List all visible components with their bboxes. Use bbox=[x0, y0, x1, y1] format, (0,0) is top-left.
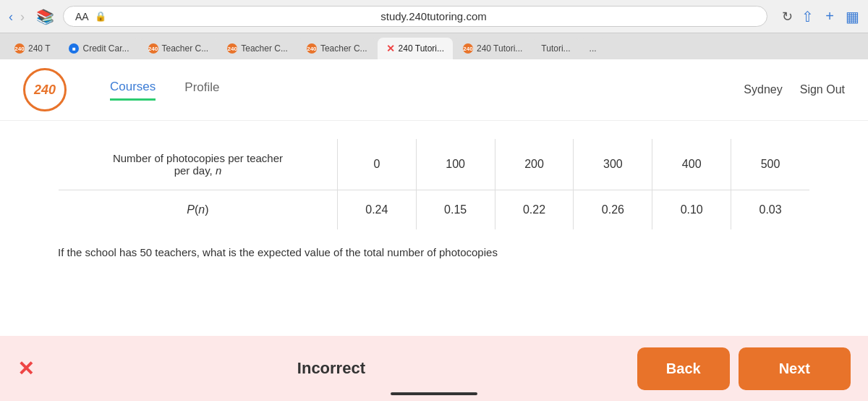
back-button[interactable]: Back bbox=[637, 347, 730, 390]
tab-2-favicon: ■ bbox=[69, 43, 79, 54]
tab-240-tutori-2[interactable]: 240 240 Tutori... bbox=[454, 38, 531, 59]
site-nav: Courses Profile bbox=[110, 80, 220, 101]
col-200: 200 bbox=[495, 139, 574, 190]
col-500: 500 bbox=[731, 139, 810, 190]
question-text: If the school has 50 teachers, what is t… bbox=[58, 245, 810, 261]
tab-teacher-1[interactable]: 240 Teacher C... bbox=[140, 38, 218, 59]
tab-1[interactable]: 240 240 T bbox=[6, 38, 59, 59]
table-header-label: Number of photocopies per teacherper day… bbox=[59, 139, 338, 190]
prob-100: 0.15 bbox=[416, 190, 495, 230]
col-300: 300 bbox=[574, 139, 652, 190]
aa-label: AA bbox=[75, 11, 89, 22]
table-header-row: Number of photocopies per teacherper day… bbox=[59, 139, 810, 190]
prob-300: 0.26 bbox=[574, 190, 652, 230]
col-400: 400 bbox=[652, 139, 731, 190]
tab-6-close-icon: ✕ bbox=[386, 43, 395, 54]
close-button[interactable]: ✕ bbox=[17, 357, 34, 381]
bottom-bar: ✕ Incorrect Back Next bbox=[0, 336, 868, 401]
tab-more[interactable]: ... bbox=[581, 38, 605, 59]
main-content: Number of photocopies per teacherper day… bbox=[0, 121, 868, 279]
tab-1-label: 240 T bbox=[28, 43, 50, 54]
page-content: 240 Courses Profile Sydney Sign Out Numb… bbox=[0, 59, 868, 401]
tab-4-favicon: 240 bbox=[227, 43, 237, 54]
nav-courses[interactable]: Courses bbox=[110, 80, 156, 101]
site-logo: 240 bbox=[23, 68, 67, 111]
back-nav-button[interactable]: ‹ bbox=[9, 10, 13, 23]
prob-0: 0.24 bbox=[337, 190, 416, 230]
header-right: Sydney Sign Out bbox=[744, 83, 845, 96]
tab-3-favicon: 240 bbox=[148, 43, 158, 54]
tab-9-label: ... bbox=[590, 43, 597, 54]
lock-icon: 🔒 bbox=[95, 11, 106, 22]
col-100: 100 bbox=[416, 139, 495, 190]
tab-8-label: Tutori... bbox=[541, 43, 570, 54]
tab-7-favicon: 240 bbox=[463, 43, 473, 54]
address-bar[interactable]: AA 🔒 study.240tutoring.com bbox=[63, 6, 767, 27]
bookmarks-icon[interactable]: 📚 bbox=[36, 8, 54, 25]
col-0: 0 bbox=[337, 139, 416, 190]
browser-chrome: ‹ › 📚 AA 🔒 study.240tutoring.com ↻ ⇧ + ▦ bbox=[0, 0, 868, 33]
table-probability-row: P(n) 0.24 0.15 0.22 0.26 0.10 0.03 bbox=[59, 190, 810, 230]
user-name: Sydney bbox=[744, 83, 782, 96]
next-button[interactable]: Next bbox=[739, 347, 851, 390]
refresh-icon[interactable]: ↻ bbox=[782, 9, 793, 25]
url-text: study.240tutoring.com bbox=[112, 10, 756, 22]
tab-tutori[interactable]: Tutori... bbox=[532, 38, 579, 59]
tab-4-label: Teacher C... bbox=[241, 43, 288, 54]
sign-out-button[interactable]: Sign Out bbox=[800, 83, 845, 96]
tab-1-favicon: 240 bbox=[14, 43, 25, 54]
tab-teacher-2[interactable]: 240 Teacher C... bbox=[218, 38, 297, 59]
browser-toolbar: ‹ › 📚 AA 🔒 study.240tutoring.com ↻ ⇧ + ▦ bbox=[0, 0, 868, 33]
site-header: 240 Courses Profile Sydney Sign Out bbox=[0, 59, 868, 121]
forward-nav-button[interactable]: › bbox=[20, 10, 25, 23]
tab-3-label: Teacher C... bbox=[162, 43, 209, 54]
prob-400: 0.10 bbox=[652, 190, 731, 230]
share-icon[interactable]: ⇧ bbox=[801, 8, 814, 25]
nav-buttons: ‹ › bbox=[9, 10, 25, 23]
prob-row-label: P(n) bbox=[59, 190, 338, 230]
tab-2-label: Credit Car... bbox=[82, 43, 129, 54]
tab-5-favicon: 240 bbox=[307, 43, 317, 54]
tab-bar: 240 240 T ■ Credit Car... 240 Teacher C.… bbox=[0, 33, 868, 59]
tab-teacher-3[interactable]: 240 Teacher C... bbox=[298, 38, 376, 59]
home-indicator bbox=[391, 392, 477, 395]
tab-5-label: Teacher C... bbox=[320, 43, 367, 54]
incorrect-label: Incorrect bbox=[34, 359, 629, 378]
nav-profile[interactable]: Profile bbox=[184, 80, 219, 99]
tab-240-tutori-active[interactable]: ✕ 240 Tutori... bbox=[378, 38, 453, 59]
prob-500: 0.03 bbox=[731, 190, 810, 230]
add-tab-icon[interactable]: + bbox=[825, 8, 834, 25]
tab-credit-card[interactable]: ■ Credit Car... bbox=[60, 38, 137, 59]
tabs-icon[interactable]: ▦ bbox=[846, 8, 859, 25]
tab-6-label: 240 Tutori... bbox=[399, 43, 444, 54]
probability-table: Number of photocopies per teacherper day… bbox=[58, 138, 810, 230]
tab-7-label: 240 Tutori... bbox=[477, 43, 522, 54]
prob-200: 0.22 bbox=[495, 190, 574, 230]
toolbar-actions: ⇧ + ▦ bbox=[801, 8, 859, 25]
logo-text: 240 bbox=[34, 83, 56, 98]
